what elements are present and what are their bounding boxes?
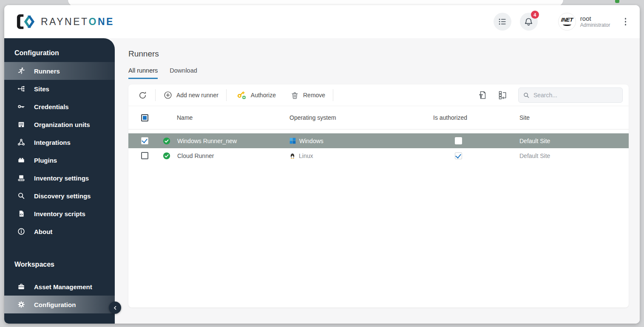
authorized-checkbox[interactable]	[455, 152, 462, 159]
toolbar-right	[477, 87, 623, 103]
sidebar-item-label: Plugins	[34, 157, 57, 164]
bell-icon	[524, 17, 533, 27]
tabs: All runners Download	[128, 67, 640, 79]
brand-word-raynet: RAYNET	[41, 16, 89, 27]
status-online-icon	[163, 137, 170, 145]
brand-logo: RAYNETONE	[16, 13, 114, 30]
runner-site: Default Site	[519, 152, 550, 159]
sidebar-item-label: Organization units	[34, 121, 90, 128]
main-content: Runners All runners Download	[115, 38, 640, 324]
sidebar-collapse-button[interactable]	[109, 302, 121, 314]
linux-icon	[289, 152, 295, 159]
notification-badge: 4	[531, 11, 539, 19]
header-actions: 4 INET root Administrator	[494, 13, 629, 31]
toolbar-divider	[226, 89, 227, 101]
authorize-button[interactable]: Authorize	[233, 87, 279, 103]
script-file-icon	[17, 209, 26, 218]
sidebar-item-plugins[interactable]: Plugins	[4, 151, 115, 169]
table-spacer	[128, 130, 629, 133]
filter-document-icon	[477, 90, 488, 100]
group-columns-icon	[498, 90, 508, 100]
conveyor-icon	[17, 174, 26, 182]
notifications-button[interactable]: 4	[520, 13, 538, 31]
refresh-icon	[138, 90, 148, 100]
select-all-checkbox[interactable]	[141, 114, 148, 121]
runner-name: Windows Runner_new	[177, 138, 237, 144]
sidebar-item-runners[interactable]: Runners	[4, 62, 115, 80]
table-row[interactable]: Cloud Runner Linux Default Site	[128, 148, 629, 163]
filter-export-button[interactable]	[477, 90, 488, 100]
remove-label: Remove	[303, 92, 325, 99]
search-input[interactable]	[533, 92, 618, 99]
workspace-items: Asset Management	[4, 278, 115, 313]
column-header-site[interactable]: Site	[519, 114, 530, 121]
sidebar-item-label: Asset Management	[34, 283, 92, 290]
sidebar-item-label: Runners	[34, 68, 60, 75]
authorize-label: Authorize	[251, 92, 276, 99]
briefcase-icon	[17, 282, 26, 291]
building-icon	[17, 120, 26, 129]
table-row[interactable]: Windows Runner_new Windows Default Site	[128, 133, 629, 148]
tab-all-runners[interactable]: All runners	[128, 67, 158, 79]
sidebar-item-discovery-settings[interactable]: Discovery settings	[4, 187, 115, 205]
sidebar-item-about[interactable]: About	[4, 223, 115, 240]
sidebar-item-integrations[interactable]: Integrations	[4, 133, 115, 151]
column-header-name[interactable]: Name	[177, 114, 193, 121]
sidebar-item-label: About	[34, 228, 52, 235]
grouping-button[interactable]	[498, 90, 508, 100]
refresh-button[interactable]	[134, 88, 151, 103]
hub-icon	[17, 138, 26, 147]
user-role: Administrator	[580, 23, 610, 28]
column-header-os[interactable]: Operating system	[289, 114, 336, 121]
chevron-left-icon	[112, 305, 118, 311]
runners-panel: Add new runner	[128, 85, 629, 307]
sidebar-item-asset-management[interactable]: Asset Management	[4, 278, 115, 296]
user-menu[interactable]: INET root Administrator	[558, 13, 610, 31]
sidebar-item-configuration[interactable]: Configuration	[4, 296, 115, 313]
authorized-checkbox[interactable]	[455, 137, 462, 144]
plugin-brick-icon	[17, 156, 26, 164]
sites-icon	[17, 85, 26, 93]
avatar-arc	[563, 23, 571, 26]
status-online-icon	[163, 152, 170, 160]
add-new-runner-button[interactable]: Add new runner	[160, 88, 222, 102]
sidebar-item-sites[interactable]: Sites	[4, 80, 115, 98]
sidebar-item-label: Sites	[34, 85, 49, 93]
runner-os: Windows	[299, 138, 323, 144]
tab-download[interactable]: Download	[170, 67, 197, 79]
user-name: root	[580, 15, 610, 22]
runner-icon	[17, 67, 26, 75]
sidebar: Configuration Runners	[4, 38, 115, 324]
brand-wordmark: RAYNETONE	[41, 16, 114, 28]
app-body: Configuration Runners	[4, 38, 640, 324]
plus-circle-icon	[163, 90, 173, 100]
runner-name: Cloud Runner	[177, 152, 214, 159]
search-box	[518, 87, 623, 103]
toolbar-divider	[333, 89, 333, 101]
more-options-button[interactable]	[622, 15, 629, 28]
authorize-key-icon	[237, 90, 247, 100]
sidebar-item-credentials[interactable]: Credentials	[4, 98, 115, 116]
task-list-button[interactable]	[494, 13, 511, 31]
sidebar-item-label: Inventory scripts	[34, 210, 85, 217]
avatar: INET	[558, 13, 576, 31]
search-icon	[523, 91, 530, 99]
sidebar-item-inventory-scripts[interactable]: Inventory scripts	[4, 205, 115, 223]
remove-button[interactable]: Remove	[287, 88, 329, 102]
column-header-authorized[interactable]: Is authorized	[433, 114, 467, 121]
windows-icon	[289, 138, 296, 144]
checklist-icon	[498, 17, 507, 26]
toolbar-divider	[155, 89, 156, 101]
page-title: Runners	[128, 49, 640, 59]
magnifier-icon	[17, 192, 26, 200]
brand-word-o: O	[89, 16, 98, 27]
brand-logo-icon	[16, 13, 36, 30]
row-checkbox[interactable]	[141, 152, 148, 159]
row-checkbox[interactable]	[141, 137, 148, 144]
sidebar-item-label: Configuration	[34, 301, 76, 308]
gear-icon	[17, 300, 26, 309]
sidebar-item-organization-units[interactable]: Organization units	[4, 116, 115, 133]
sidebar-item-inventory-settings[interactable]: Inventory settings	[4, 169, 115, 187]
avatar-text: INET	[561, 17, 573, 23]
brand-word-ne: NE	[98, 16, 114, 27]
